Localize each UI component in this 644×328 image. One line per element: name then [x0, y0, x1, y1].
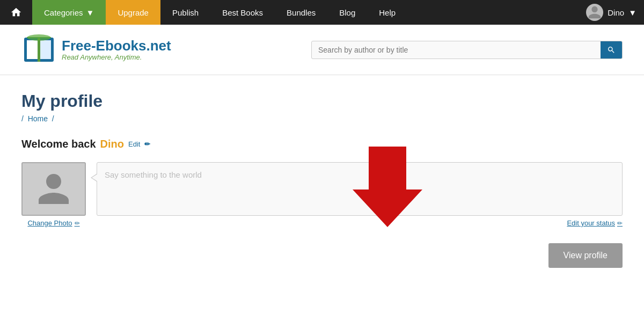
red-down-arrow-icon — [353, 147, 422, 227]
header-bar: Free-Ebooks.net Read Anywhere, Anytime. — [0, 25, 644, 75]
page-title: My profile — [21, 91, 623, 111]
upgrade-nav-item[interactable]: Upgrade — [106, 0, 160, 25]
logo-icon — [21, 32, 56, 67]
status-area: Say something to the world Edit your sta… — [97, 162, 623, 227]
view-profile-button[interactable]: View profile — [548, 243, 623, 268]
svg-marker-7 — [353, 147, 422, 227]
welcome-text: Welcome back — [21, 138, 96, 150]
profile-section: Change Photo ✏ Say something to the worl… — [21, 162, 623, 227]
edit-pencil-icon: ✏ — [144, 140, 150, 148]
search-button[interactable] — [601, 41, 622, 59]
status-box[interactable]: Say something to the world — [97, 162, 623, 216]
svg-rect-1 — [27, 40, 38, 59]
profile-avatar-box — [21, 162, 86, 216]
user-menu[interactable]: Dino ▼ — [579, 0, 644, 25]
view-profile-area: View profile — [21, 243, 623, 268]
avatar — [586, 4, 603, 21]
home-nav-button[interactable] — [0, 0, 32, 25]
edit-status-pencil-icon: ✏ — [617, 220, 623, 227]
change-photo-pencil-icon: ✏ — [75, 220, 80, 227]
publish-nav-item[interactable]: Publish — [160, 0, 210, 25]
blog-nav-item[interactable]: Blog — [327, 0, 367, 25]
main-content: My profile / Home / Welcome back Dino Ed… — [0, 75, 644, 289]
breadcrumb: / Home / — [21, 114, 623, 123]
user-chevron-icon: ▼ — [628, 8, 636, 17]
svg-rect-2 — [40, 40, 51, 59]
bundles-nav-item[interactable]: Bundles — [275, 0, 327, 25]
photo-area: Change Photo ✏ — [21, 162, 86, 227]
change-photo-link[interactable]: Change Photo ✏ — [27, 219, 79, 227]
categories-chevron-icon: ▼ — [86, 8, 94, 17]
svg-rect-3 — [38, 38, 40, 62]
main-nav: Categories ▼ Upgrade Publish Best Books … — [0, 0, 644, 25]
edit-link[interactable]: Edit — [128, 140, 140, 148]
categories-nav-item[interactable]: Categories ▼ — [32, 0, 106, 25]
status-placeholder: Say something to the world — [105, 170, 202, 179]
best-books-nav-item[interactable]: Best Books — [210, 0, 275, 25]
home-icon — [10, 6, 22, 18]
help-nav-item[interactable]: Help — [367, 0, 407, 25]
user-avatar-icon — [587, 5, 602, 20]
welcome-name: Dino — [100, 138, 124, 150]
logo-text: Free-Ebooks.net Read Anywhere, Anytime. — [62, 38, 171, 62]
profile-avatar-icon — [35, 170, 72, 208]
welcome-line: Welcome back Dino Edit ✏ — [21, 138, 623, 150]
svg-point-6 — [27, 34, 51, 41]
nav-spacer — [407, 0, 579, 25]
search-area — [171, 41, 623, 59]
edit-status-link[interactable]: Edit your status ✏ — [567, 219, 623, 227]
search-icon — [607, 46, 616, 54]
logo-area[interactable]: Free-Ebooks.net Read Anywhere, Anytime. — [21, 32, 171, 67]
search-box — [311, 41, 623, 59]
red-arrow — [353, 147, 422, 229]
search-input[interactable] — [312, 41, 601, 59]
breadcrumb-home-link[interactable]: Home — [28, 114, 48, 123]
